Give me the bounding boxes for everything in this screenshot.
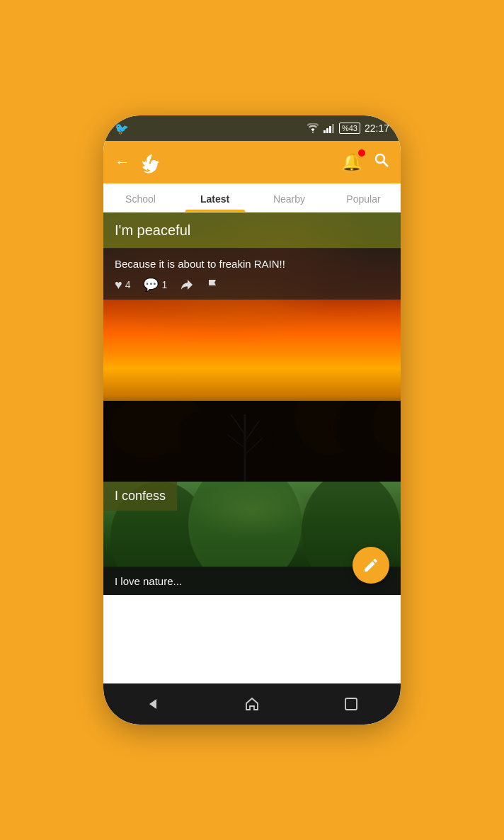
svg-marker-26 xyxy=(149,699,156,709)
tab-popular[interactable]: Popular xyxy=(326,183,401,212)
svg-rect-27 xyxy=(345,698,357,710)
wifi-icon xyxy=(307,123,319,133)
back-nav-button[interactable] xyxy=(135,690,171,718)
app-logo-icon xyxy=(139,149,166,176)
like-button[interactable]: ♥ 4 xyxy=(115,278,130,293)
status-left: 🐦 xyxy=(115,122,129,135)
post-1-title-overlay: I'm peaceful xyxy=(103,212,401,249)
tab-bar: School Latest Nearby Popular xyxy=(103,183,401,212)
notifications-button[interactable]: 🔔 xyxy=(341,152,362,172)
battery-text: %43 xyxy=(339,123,360,134)
share-button[interactable] xyxy=(180,278,194,291)
compose-fab[interactable] xyxy=(353,547,389,584)
trees-svg xyxy=(103,401,401,482)
feed: I'm peaceful Because it is about to frea… xyxy=(103,212,401,683)
notification-badge xyxy=(358,149,365,157)
like-count: 4 xyxy=(125,279,131,290)
home-nav-button[interactable] xyxy=(234,690,270,718)
signal-icon xyxy=(323,123,335,133)
status-right: %43 22:17 xyxy=(307,123,389,134)
svg-rect-0 xyxy=(323,130,326,133)
post-2-content: I love nature... xyxy=(115,575,182,587)
status-bird-icon: 🐦 xyxy=(115,122,129,135)
svg-rect-3 xyxy=(332,124,334,133)
post-2-title: I confess xyxy=(115,489,166,503)
post-1-content: Because it is about to freakin RAIN!! xyxy=(115,258,389,270)
svg-point-9 xyxy=(178,411,227,458)
tab-school[interactable]: School xyxy=(103,183,178,212)
comment-count: 1 xyxy=(161,279,167,290)
comment-icon: 💬 xyxy=(143,277,159,293)
post-1-content-overlay: Because it is about to freakin RAIN!! ♥ … xyxy=(103,248,401,300)
post-2-title-overlay: I confess xyxy=(103,482,177,511)
tab-latest[interactable]: Latest xyxy=(178,183,252,212)
pencil-icon xyxy=(362,557,379,574)
svg-rect-2 xyxy=(329,126,331,133)
post-card-2: I confess I love nature... xyxy=(103,482,401,595)
status-bar: 🐦 %43 22:17 xyxy=(103,115,401,141)
flag-icon xyxy=(207,278,219,291)
tab-nearby[interactable]: Nearby xyxy=(252,183,326,212)
phone-shell: 🐦 %43 22:17 xyxy=(103,115,401,725)
svg-rect-1 xyxy=(326,128,328,133)
back-nav-icon xyxy=(145,696,161,712)
home-nav-icon xyxy=(244,696,260,712)
bottom-nav xyxy=(103,683,401,725)
search-button[interactable] xyxy=(374,152,389,172)
svg-line-5 xyxy=(384,162,389,167)
share-icon xyxy=(180,278,194,291)
app-bar-right: 🔔 xyxy=(341,152,389,172)
recents-nav-button[interactable] xyxy=(333,690,369,718)
back-button[interactable]: ← xyxy=(115,153,130,171)
time-display: 22:17 xyxy=(365,123,389,134)
recents-nav-icon xyxy=(344,697,358,711)
flag-button[interactable] xyxy=(207,278,219,291)
post-1-title: I'm peaceful xyxy=(115,222,190,238)
heart-icon: ♥ xyxy=(115,278,122,293)
app-bar-left: ← xyxy=(115,149,166,176)
svg-point-4 xyxy=(376,154,384,163)
post-1-actions: ♥ 4 💬 1 xyxy=(115,277,389,293)
app-bar: ← 🔔 xyxy=(103,141,401,183)
phone-inner: 🐦 %43 22:17 xyxy=(103,115,401,725)
post-card-1: I'm peaceful Because it is about to frea… xyxy=(103,212,401,482)
comment-button[interactable]: 💬 1 xyxy=(143,277,167,293)
